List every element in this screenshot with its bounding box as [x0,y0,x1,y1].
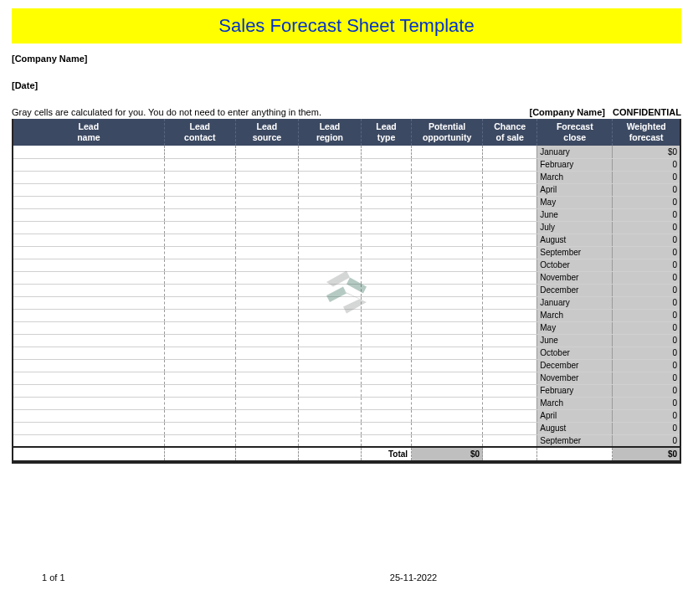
cell[interactable] [235,196,298,208]
cell[interactable] [235,359,298,372]
forecast-close-cell[interactable]: March [537,171,613,183]
cell[interactable] [412,434,483,447]
forecast-close-cell[interactable]: March [537,397,613,409]
cell[interactable] [483,196,537,208]
cell[interactable] [13,259,164,271]
cell[interactable] [13,146,164,158]
cell[interactable] [235,434,298,447]
cell[interactable] [298,208,361,221]
cell[interactable] [362,434,412,447]
cell[interactable] [298,422,361,434]
cell[interactable] [235,334,298,346]
cell[interactable] [13,372,164,384]
cell[interactable] [362,183,412,196]
cell[interactable] [298,309,361,321]
cell[interactable] [164,409,235,422]
cell[interactable] [13,171,164,183]
cell[interactable] [298,384,361,397]
cell[interactable] [235,208,298,221]
cell[interactable] [298,259,361,271]
cell[interactable] [362,397,412,409]
cell[interactable] [362,359,412,372]
cell[interactable] [412,384,483,397]
forecast-close-cell[interactable]: January [537,146,613,158]
cell[interactable] [483,284,537,296]
cell[interactable] [235,384,298,397]
cell[interactable] [235,246,298,259]
cell[interactable] [483,259,537,271]
cell[interactable] [13,434,164,447]
cell[interactable] [412,359,483,372]
cell[interactable] [483,422,537,434]
cell[interactable] [298,234,361,246]
forecast-close-cell[interactable]: March [537,309,613,321]
cell[interactable] [164,296,235,309]
cell[interactable] [235,284,298,296]
cell[interactable] [412,346,483,359]
cell[interactable] [298,246,361,259]
cell[interactable] [483,246,537,259]
cell[interactable] [164,334,235,346]
forecast-close-cell[interactable]: May [537,321,613,334]
cell[interactable] [412,183,483,196]
cell[interactable] [362,146,412,158]
forecast-close-cell[interactable]: April [537,409,613,422]
cell[interactable] [412,284,483,296]
cell[interactable] [13,183,164,196]
cell[interactable] [412,171,483,183]
cell[interactable] [483,321,537,334]
cell[interactable] [412,221,483,234]
forecast-close-cell[interactable]: October [537,259,613,271]
forecast-close-cell[interactable]: February [537,384,613,397]
cell[interactable] [483,409,537,422]
cell[interactable] [235,296,298,309]
cell[interactable] [235,346,298,359]
cell[interactable] [13,158,164,171]
cell[interactable] [235,271,298,284]
forecast-close-cell[interactable]: October [537,346,613,359]
cell[interactable] [164,372,235,384]
cell[interactable] [13,422,164,434]
cell[interactable] [298,372,361,384]
cell[interactable] [362,208,412,221]
cell[interactable] [164,171,235,183]
cell[interactable] [235,221,298,234]
cell[interactable] [164,208,235,221]
cell[interactable] [298,196,361,208]
cell[interactable] [164,359,235,372]
cell[interactable] [362,196,412,208]
cell[interactable] [362,372,412,384]
cell[interactable] [298,296,361,309]
cell[interactable] [235,259,298,271]
cell[interactable] [412,271,483,284]
cell[interactable] [483,346,537,359]
cell[interactable] [483,296,537,309]
cell[interactable] [164,196,235,208]
cell[interactable] [235,183,298,196]
cell[interactable] [362,334,412,346]
cell[interactable] [412,372,483,384]
forecast-close-cell[interactable]: December [537,359,613,372]
cell[interactable] [362,171,412,183]
cell[interactable] [13,334,164,346]
forecast-close-cell[interactable]: September [537,246,613,259]
cell[interactable] [13,271,164,284]
cell[interactable] [412,334,483,346]
cell[interactable] [13,397,164,409]
cell[interactable] [164,158,235,171]
cell[interactable] [164,434,235,447]
cell[interactable] [298,158,361,171]
cell[interactable] [298,183,361,196]
cell[interactable] [164,146,235,158]
cell[interactable] [412,246,483,259]
cell[interactable] [483,309,537,321]
forecast-close-cell[interactable]: August [537,422,613,434]
cell[interactable] [412,397,483,409]
cell[interactable] [412,409,483,422]
cell[interactable] [362,158,412,171]
cell[interactable] [483,208,537,221]
cell[interactable] [483,171,537,183]
forecast-close-cell[interactable]: June [537,334,613,346]
cell[interactable] [235,422,298,434]
cell[interactable] [362,422,412,434]
